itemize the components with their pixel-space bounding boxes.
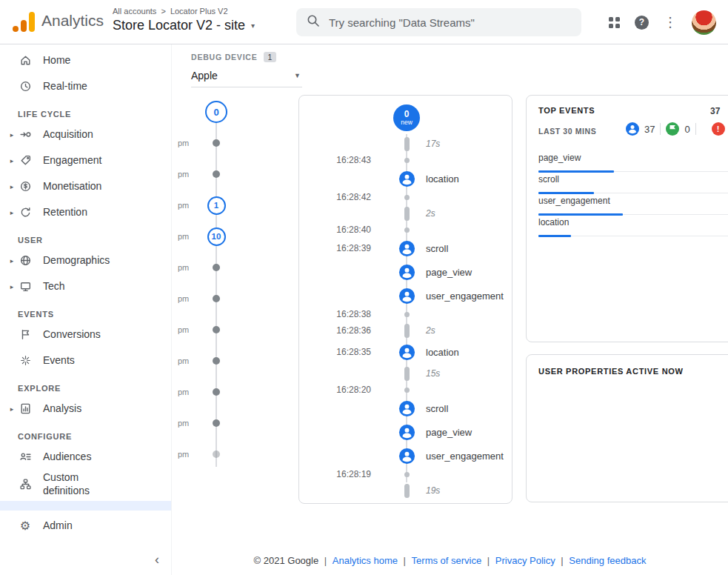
timeline-pm-label: pm: [172, 201, 201, 210]
chevron-right-icon[interactable]: ▸: [6, 183, 18, 190]
search-bar[interactable]: [296, 8, 581, 36]
seconds-row-event[interactable]: scroll: [299, 396, 512, 420]
chevron-right-icon[interactable]: ▸: [6, 157, 18, 164]
search-input[interactable]: [327, 16, 571, 30]
minutes-stream-row: pm: [172, 159, 290, 190]
seconds-row-event[interactable]: user_engagement: [299, 284, 512, 308]
minute-dot: [213, 264, 220, 271]
sidebar-section-configure: CONFIGURE: [0, 422, 171, 444]
avatar[interactable]: [692, 10, 716, 35]
gap-duration: 2s: [420, 208, 435, 219]
account-property-block: All accounts > Locator Plus V2 Store Loc…: [113, 7, 255, 33]
seconds-row-gap: 19s: [299, 481, 512, 500]
event-name: page_view: [420, 267, 472, 278]
top-event-row-page-view[interactable]: page_view: [538, 150, 728, 172]
sidebar-collapse-button[interactable]: ‹: [155, 553, 159, 566]
sidebar-item-events[interactable]: Events: [0, 348, 171, 373]
footer-link-terms-of-service[interactable]: Terms of service: [412, 555, 482, 566]
event-timestamp: 16:28:43: [299, 155, 393, 165]
sidebar-item-home[interactable]: Home: [0, 47, 171, 73]
chevron-down-icon: ▾: [251, 21, 255, 30]
retention-icon: [18, 206, 33, 219]
seconds-row-event[interactable]: location: [299, 167, 512, 190]
duration-gap-marker: [404, 207, 410, 221]
sidebar-item-custom-definitions[interactable]: Custom definitions: [0, 470, 171, 499]
event-timestamp: 16:28:39: [299, 243, 393, 253]
seconds-row-event[interactable]: user_engagement: [299, 444, 512, 468]
real-time-icon: [18, 80, 33, 93]
sidebar-item-demographics[interactable]: ▸Demographics: [0, 247, 171, 273]
header-actions: ? ⋮: [609, 0, 716, 44]
minutes-stream-row: pm: [172, 408, 290, 439]
sidebar-item-audiences[interactable]: Audiences: [0, 444, 171, 470]
top-events-title: TOP EVENTS: [538, 106, 728, 115]
seconds-row-event[interactable]: page_view: [299, 260, 512, 284]
kebab-menu-icon[interactable]: ⋮: [664, 16, 677, 29]
apps-grid-icon[interactable]: [609, 17, 620, 28]
chevron-right-icon[interactable]: ▸: [6, 131, 18, 139]
timeline-pm-label: pm: [172, 294, 201, 303]
main-content: DEBUG DEVICE 1 Apple ▼ 0pmpmpm1pm10pmpmp…: [172, 44, 728, 575]
chevron-right-icon[interactable]: ▸: [6, 209, 18, 216]
events-count-value: 37: [644, 124, 655, 135]
footer-link-privacy-policy[interactable]: Privacy Policy: [495, 555, 555, 566]
gap-duration: 15s: [420, 368, 440, 379]
top-event-row-user-engagement[interactable]: user_engagement: [538, 193, 728, 215]
footer-separator: |: [558, 555, 567, 566]
search-icon: [307, 14, 320, 30]
top-event-row-scroll[interactable]: scroll: [538, 172, 728, 193]
top-event-row-location[interactable]: location: [538, 215, 728, 236]
seconds-row-time: 16:28:43: [299, 153, 512, 167]
breadcrumb-property[interactable]: Locator Plus V2: [170, 7, 228, 16]
event-icon: [398, 424, 415, 441]
timeline-pm-label: pm: [172, 419, 201, 428]
sidebar-item-label: Engagement: [43, 154, 101, 167]
event-timestamp: 16:28:20: [299, 385, 393, 395]
breadcrumb-account[interactable]: All accounts: [113, 7, 156, 16]
seconds-row-event[interactable]: 16:28:39scroll: [299, 236, 512, 260]
audiences-icon: [18, 451, 33, 463]
home-icon: [18, 54, 33, 67]
top-event-name: page_view: [538, 153, 581, 163]
duration-gap-marker: [404, 324, 410, 338]
sidebar-item-conversions[interactable]: Conversions: [0, 322, 171, 348]
sidebar-item-real-time[interactable]: Real-time: [0, 73, 171, 99]
chevron-right-icon[interactable]: ▸: [6, 257, 18, 265]
sidebar-item-analysis[interactable]: ▸Analysis: [0, 396, 171, 422]
sidebar-item-retention[interactable]: ▸Retention: [0, 199, 171, 225]
minute-bucket-circle[interactable]: 1: [207, 196, 226, 215]
seconds-head-circle[interactable]: 0 new: [393, 104, 420, 131]
property-selector[interactable]: Store Locator V2 - site ▾: [113, 18, 255, 33]
timeline-dot: [404, 158, 410, 163]
event-timestamp: 16:28:00: [299, 502, 393, 504]
minute-bucket-circle[interactable]: 0: [205, 101, 227, 123]
top-event-bar: [538, 235, 571, 237]
sidebar-item-admin[interactable]: ⚙Admin: [0, 513, 171, 539]
user-properties-title: USER PROPERTIES ACTIVE NOW: [538, 367, 728, 376]
seconds-row-event[interactable]: 16:28:35location: [299, 340, 512, 364]
logo-dot: [13, 26, 19, 32]
chevron-right-icon[interactable]: ▸: [6, 283, 18, 290]
sidebar-item-engagement[interactable]: ▸Engagement: [0, 147, 171, 173]
chevron-right-icon[interactable]: ▸: [6, 405, 18, 413]
footer-link-sending-feedback[interactable]: Sending feedback: [569, 555, 646, 566]
event-timestamp: 16:28:40: [299, 225, 393, 235]
property-selector-label: Store Locator V2 - site: [113, 18, 245, 33]
debug-device-label: DEBUG DEVICE: [191, 53, 258, 62]
custom-definitions-icon: [18, 478, 33, 491]
sidebar-item-acquisition[interactable]: ▸Acquisition: [0, 122, 171, 147]
top-events-counters: 370!: [626, 122, 725, 136]
acquisition-icon: [18, 128, 33, 141]
seconds-row-event[interactable]: page_view: [299, 420, 512, 444]
minute-bucket-circle[interactable]: 10: [207, 227, 226, 246]
analytics-logo-icon[interactable]: [12, 11, 36, 33]
event-icon: [398, 448, 415, 465]
device-select[interactable]: Apple ▼: [191, 64, 302, 87]
analytics-debugview-page: Analytics All accounts > Locator Plus V2…: [0, 0, 728, 575]
help-icon[interactable]: ?: [635, 16, 649, 30]
sidebar-item-tech[interactable]: ▸Tech: [0, 273, 171, 299]
event-icon: [398, 264, 415, 281]
sidebar-item-monetisation[interactable]: ▸Monetisation: [0, 173, 171, 199]
sidebar-selected-item-highlight[interactable]: [0, 501, 171, 511]
footer-link-analytics-home[interactable]: Analytics home: [333, 555, 398, 566]
